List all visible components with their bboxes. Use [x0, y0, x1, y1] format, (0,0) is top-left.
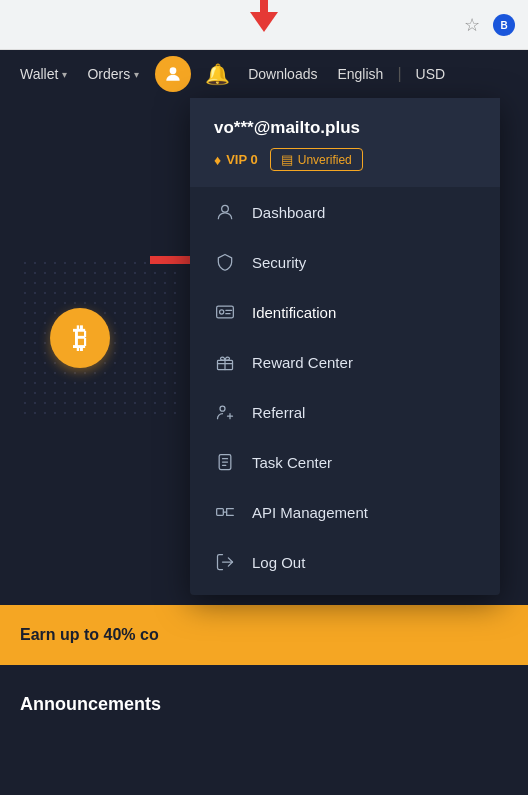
- security-icon: [214, 251, 236, 273]
- vip-label: VIP 0: [226, 152, 258, 167]
- vip-diamond-icon: ♦: [214, 152, 221, 168]
- id-card-icon: ▤: [281, 152, 293, 167]
- browser-logo: B: [492, 13, 516, 37]
- svg-point-2: [170, 67, 177, 74]
- vip-row: ♦ VIP 0 ▤ Unverified: [214, 148, 476, 171]
- promo-banner-text: Earn up to 40% co: [20, 626, 159, 644]
- browser-star-icon[interactable]: ☆: [464, 14, 480, 36]
- nav-wallet[interactable]: Wallet ▾: [10, 50, 77, 98]
- user-dropdown-menu: vo***@mailto.plus ♦ VIP 0 ▤ Unverified D…: [190, 98, 500, 595]
- user-email: vo***@mailto.plus: [214, 118, 476, 138]
- nav-downloads[interactable]: Downloads: [238, 50, 327, 98]
- menu-item-reward-center[interactable]: Reward Center: [190, 337, 500, 387]
- announcements-label: Announcements: [20, 694, 161, 715]
- nav-usd[interactable]: USD: [406, 50, 456, 98]
- menu-item-referral[interactable]: Referral: [190, 387, 500, 437]
- svg-text:B: B: [500, 20, 507, 31]
- nav-orders[interactable]: Orders ▾: [77, 50, 149, 98]
- menu-item-dashboard[interactable]: Dashboard: [190, 187, 500, 237]
- nav-english[interactable]: English: [327, 50, 393, 98]
- identification-label: Identification: [252, 304, 336, 321]
- svg-point-9: [220, 406, 225, 411]
- log-out-icon: [214, 551, 236, 573]
- referral-label: Referral: [252, 404, 305, 421]
- dashboard-label: Dashboard: [252, 204, 325, 221]
- bitcoin-area: ₿: [20, 258, 180, 418]
- svg-rect-14: [217, 509, 224, 516]
- identification-icon: [214, 301, 236, 323]
- browser-chrome: ☆ B: [0, 0, 528, 50]
- menu-item-security[interactable]: Security: [190, 237, 500, 287]
- api-management-label: API Management: [252, 504, 368, 521]
- promo-banner[interactable]: Earn up to 40% co: [0, 605, 528, 665]
- reward-center-icon: [214, 351, 236, 373]
- security-label: Security: [252, 254, 306, 271]
- api-management-icon: [214, 501, 236, 523]
- orders-chevron-icon: ▾: [134, 69, 139, 80]
- wallet-chevron-icon: ▾: [62, 69, 67, 80]
- task-center-icon: [214, 451, 236, 473]
- navbar: Wallet ▾ Orders ▾ 🔔 Downloads English | …: [0, 50, 528, 98]
- menu-item-log-out[interactable]: Log Out: [190, 537, 500, 587]
- reward-center-label: Reward Center: [252, 354, 353, 371]
- unverified-badge[interactable]: ▤ Unverified: [270, 148, 363, 171]
- unverified-label: Unverified: [298, 153, 352, 167]
- nav-divider: |: [393, 65, 405, 83]
- user-profile-button[interactable]: [155, 56, 191, 92]
- dashboard-icon: [214, 201, 236, 223]
- dropdown-header: vo***@mailto.plus ♦ VIP 0 ▤ Unverified: [190, 98, 500, 187]
- menu-item-task-center[interactable]: Task Center: [190, 437, 500, 487]
- referral-icon: [214, 401, 236, 423]
- menu-item-api-management[interactable]: API Management: [190, 487, 500, 537]
- bitcoin-icon: ₿: [50, 308, 110, 368]
- notification-bell-icon[interactable]: 🔔: [197, 62, 238, 86]
- log-out-label: Log Out: [252, 554, 305, 571]
- vip-badge: ♦ VIP 0: [214, 152, 258, 168]
- svg-point-3: [222, 205, 229, 212]
- svg-point-5: [220, 310, 224, 314]
- task-center-label: Task Center: [252, 454, 332, 471]
- menu-item-identification[interactable]: Identification: [190, 287, 500, 337]
